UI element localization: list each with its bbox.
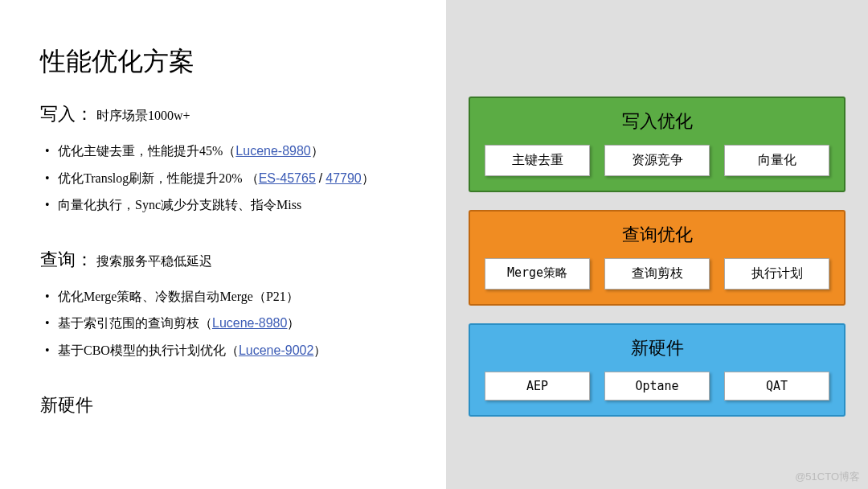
list-item: 基于CBO模型的执行计划优化（Lucene-9002） [40, 337, 430, 364]
write-heading: 写入： [40, 104, 93, 124]
box-query-opt: 查询优化 Merge策略 查询剪枝 执行计划 [469, 210, 845, 306]
box-title: 查询优化 [485, 223, 829, 247]
list-item: 优化主键去重，性能提升45%（Lucene-8980） [40, 138, 430, 165]
chips-row: Merge策略 查询剪枝 执行计划 [485, 258, 829, 290]
list-item: 优化Merge策略、冷数据自动Merge（P21） [40, 283, 430, 310]
bullet-post: ） [287, 316, 300, 330]
chip: 主键去重 [485, 145, 590, 176]
link-47790[interactable]: 47790 [326, 171, 362, 185]
slash: / [319, 171, 322, 185]
right-panel: 写入优化 主键去重 资源竞争 向量化 查询优化 Merge策略 查询剪枝 执行计… [446, 0, 868, 489]
chip: 向量化 [724, 145, 829, 176]
bullet-post: ） [313, 343, 326, 357]
bullet-text: 优化Translog刷新，性能提升20% （ [58, 171, 259, 185]
box-title: 写入优化 [485, 109, 829, 134]
chip: 查询剪枝 [604, 258, 710, 290]
write-sub: 时序场景1000w+ [96, 109, 190, 122]
chip: QAT [724, 372, 829, 401]
link-es-45765[interactable]: ES-45765 [259, 171, 316, 185]
query-bullets: 优化Merge策略、冷数据自动Merge（P21） 基于索引范围的查询剪枝（Lu… [40, 283, 430, 364]
chips-row: 主键去重 资源竞争 向量化 [485, 145, 829, 176]
list-item: 基于索引范围的查询剪枝（Lucene-8980） [40, 310, 430, 337]
slide: 性能优化方案 写入：时序场景1000w+ 优化主键去重，性能提升45%（Luce… [0, 0, 868, 489]
watermark: @51CTO博客 [795, 470, 860, 484]
slide-title: 性能优化方案 [40, 44, 430, 80]
bullet-text: 基于CBO模型的执行计划优化（ [58, 343, 239, 357]
bullet-post: ） [362, 171, 375, 185]
write-heading-row: 写入：时序场景1000w+ [40, 102, 430, 126]
link-lucene-9002[interactable]: Lucene-9002 [239, 343, 313, 357]
bullet-text: 优化Merge策略、冷数据自动Merge（P21） [58, 290, 299, 303]
chip: 资源竞争 [604, 145, 710, 176]
link-lucene-8980-b[interactable]: Lucene-8980 [212, 316, 287, 330]
query-heading: 查询： [40, 249, 93, 269]
bullet-post: ） [311, 144, 324, 158]
list-item: 向量化执行，Sync减少分支跳转、指令Miss [40, 191, 430, 219]
query-sub: 搜索服务平稳低延迟 [96, 254, 212, 268]
box-hardware: 新硬件 AEP Optane QAT [469, 323, 845, 417]
chip: Optane [604, 372, 710, 401]
list-item: 优化Translog刷新，性能提升20% （ES-45765/47790） [40, 165, 430, 192]
chip: Merge策略 [485, 258, 590, 290]
bullet-text: 优化主键去重，性能提升45%（ [58, 144, 235, 158]
chip: AEP [485, 372, 590, 401]
hardware-heading: 新硬件 [40, 393, 430, 417]
link-lucene-8980[interactable]: Lucene-8980 [235, 144, 310, 158]
query-heading-row: 查询：搜索服务平稳低延迟 [40, 248, 430, 272]
write-bullets: 优化主键去重，性能提升45%（Lucene-8980） 优化Translog刷新… [40, 138, 430, 219]
bullet-text: 基于索引范围的查询剪枝（ [58, 316, 212, 330]
chip: 执行计划 [724, 258, 829, 290]
bullet-text: 向量化执行，Sync减少分支跳转、指令Miss [58, 198, 301, 212]
left-panel: 性能优化方案 写入：时序场景1000w+ 优化主键去重，性能提升45%（Luce… [0, 0, 446, 489]
box-title: 新硬件 [485, 336, 829, 360]
chips-row: AEP Optane QAT [485, 372, 829, 401]
box-write-opt: 写入优化 主键去重 资源竞争 向量化 [469, 97, 845, 192]
